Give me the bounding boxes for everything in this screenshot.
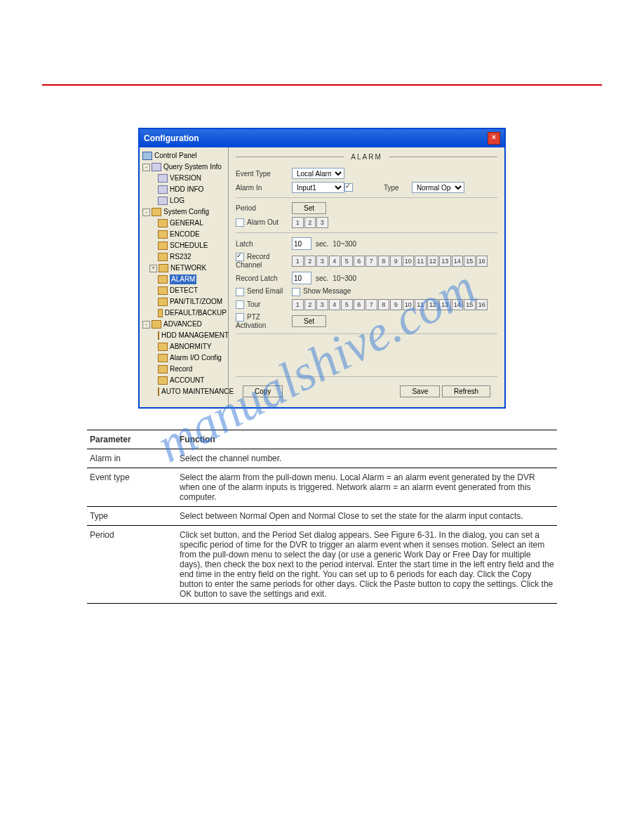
record-latch-label: Record Latch: [236, 274, 292, 282]
period-label: Period: [236, 204, 292, 212]
alarm-out-3[interactable]: 3: [316, 217, 328, 228]
channel-4[interactable]: 4: [329, 299, 341, 310]
tree-hdd-mgmt[interactable]: HDD MANAGEMENT: [141, 330, 227, 341]
show-message-checkbox[interactable]: [292, 288, 300, 296]
tree-alarmio[interactable]: Alarm I/O Config: [141, 352, 227, 364]
channel-1[interactable]: 1: [292, 299, 304, 310]
alarm-in-checkbox[interactable]: [344, 183, 353, 192]
latch-input[interactable]: [292, 237, 311, 250]
channel-10[interactable]: 10: [403, 256, 415, 267]
save-button[interactable]: Save: [400, 385, 440, 397]
channel-11[interactable]: 11: [415, 256, 427, 267]
channel-5[interactable]: 5: [341, 256, 353, 267]
channel-3[interactable]: 3: [316, 256, 328, 267]
channel-13[interactable]: 13: [439, 256, 451, 267]
tour-channels: 12345678910111213141516: [292, 299, 488, 310]
tree-general[interactable]: GENERAL: [141, 218, 227, 229]
channel-9[interactable]: 9: [390, 256, 402, 267]
record-latch-input[interactable]: [292, 272, 311, 284]
channel-8[interactable]: 8: [378, 256, 390, 267]
window-title: Configuration: [144, 133, 199, 143]
event-type-label: Event Type: [236, 170, 292, 178]
ptz-set-button[interactable]: Set: [292, 315, 326, 327]
nav-tree: Control Panel -Query System Info VERSION…: [140, 147, 229, 407]
latch-unit: sec.: [316, 240, 328, 248]
event-type-select[interactable]: Local Alarm: [292, 168, 344, 179]
tree-detect[interactable]: DETECT: [141, 285, 227, 296]
alarm-out-1[interactable]: 1: [292, 217, 304, 228]
tree-system-config[interactable]: -System Config: [141, 206, 227, 218]
tree-default[interactable]: DEFAULT/BACKUP: [141, 307, 227, 319]
table-row: PeriodClick set button, and the Period S…: [87, 526, 557, 604]
alarm-out-checkbox[interactable]: [236, 218, 244, 227]
main-panel: ALARM Event Type Local Alarm Alarm In In…: [229, 147, 504, 407]
type-select[interactable]: Normal Open: [412, 182, 464, 193]
channel-16[interactable]: 16: [476, 299, 488, 310]
param-table: Parameter Function Alarm inSelect the ch…: [87, 430, 557, 604]
channel-3[interactable]: 3: [316, 299, 328, 310]
tree-version[interactable]: VERSION: [141, 173, 227, 184]
show-message-label: Show Message: [292, 287, 351, 296]
table-row: Event typeSelect the alarm from the pull…: [87, 468, 557, 507]
channel-5[interactable]: 5: [341, 299, 353, 310]
send-email-checkbox[interactable]: [236, 288, 244, 296]
channel-1[interactable]: 1: [292, 256, 304, 267]
channel-13[interactable]: 13: [439, 299, 451, 310]
tree-control-panel[interactable]: Control Panel: [141, 150, 227, 161]
record-latch-unit: sec.: [316, 274, 328, 282]
copy-button[interactable]: Copy: [243, 385, 283, 397]
channel-6[interactable]: 6: [354, 299, 365, 310]
period-set-button[interactable]: Set: [292, 202, 326, 214]
tree-automaint[interactable]: AUTO MAINTENANCE: [141, 386, 227, 397]
th-parameter: Parameter: [87, 430, 177, 449]
tree-alarm[interactable]: ALARM: [141, 274, 227, 285]
channel-14[interactable]: 14: [452, 299, 464, 310]
tree-query-system[interactable]: -Query System Info: [141, 161, 227, 173]
tree-record[interactable]: Record: [141, 364, 227, 375]
alarm-in-label: Alarm In: [236, 184, 292, 192]
channel-14[interactable]: 14: [452, 256, 464, 267]
tree-account[interactable]: ACCOUNT: [141, 375, 227, 386]
send-email-label: Send Email: [236, 287, 292, 296]
channel-4[interactable]: 4: [329, 256, 341, 267]
close-icon[interactable]: ×: [488, 132, 500, 145]
tree-encode[interactable]: ENCODE: [141, 229, 227, 240]
tree-log[interactable]: LOG: [141, 195, 227, 206]
channel-11[interactable]: 11: [415, 299, 427, 310]
table-row: TypeSelect between Normal Open and Norma…: [87, 507, 557, 526]
panel-header: ALARM: [344, 153, 389, 161]
channel-9[interactable]: 9: [390, 299, 402, 310]
tree-network[interactable]: +NETWORK: [141, 263, 227, 274]
channel-10[interactable]: 10: [403, 299, 415, 310]
tree-hddinfo[interactable]: HDD INFO: [141, 184, 227, 195]
channel-15[interactable]: 15: [464, 299, 476, 310]
alarm-out-label: Alarm Out: [236, 218, 292, 227]
channel-15[interactable]: 15: [464, 256, 476, 267]
tree-rs232[interactable]: RS232: [141, 251, 227, 263]
channel-2[interactable]: 2: [304, 256, 316, 267]
alarm-out-2[interactable]: 2: [304, 217, 316, 228]
th-function: Function: [177, 430, 557, 449]
channel-16[interactable]: 16: [476, 256, 488, 267]
channel-6[interactable]: 6: [354, 256, 365, 267]
ptz-activation-checkbox[interactable]: [236, 313, 244, 322]
tree-abnormity[interactable]: ABNORMITY: [141, 341, 227, 352]
channel-7[interactable]: 7: [365, 256, 377, 267]
tree-ptz[interactable]: PAN/TILT/ZOOM: [141, 296, 227, 307]
channel-12[interactable]: 12: [427, 256, 439, 267]
channel-12[interactable]: 12: [427, 299, 439, 310]
refresh-button[interactable]: Refresh: [442, 385, 490, 397]
tree-advanced[interactable]: -ADVANCED: [141, 319, 227, 330]
table-row: Alarm inSelect the channel number.: [87, 449, 557, 468]
titlebar: Configuration ×: [140, 129, 504, 147]
type-label: Type: [384, 184, 412, 192]
channel-7[interactable]: 7: [365, 299, 377, 310]
channel-8[interactable]: 8: [378, 299, 390, 310]
tour-checkbox[interactable]: [236, 300, 244, 309]
alarm-in-select[interactable]: Input1: [292, 182, 344, 193]
latch-range: 10~300: [333, 240, 356, 248]
channel-2[interactable]: 2: [304, 299, 316, 310]
record-channel-checkbox[interactable]: [236, 253, 244, 261]
tree-schedule[interactable]: SCHEDULE: [141, 240, 227, 251]
alarm-out-channels: 1 2 3: [292, 217, 328, 228]
